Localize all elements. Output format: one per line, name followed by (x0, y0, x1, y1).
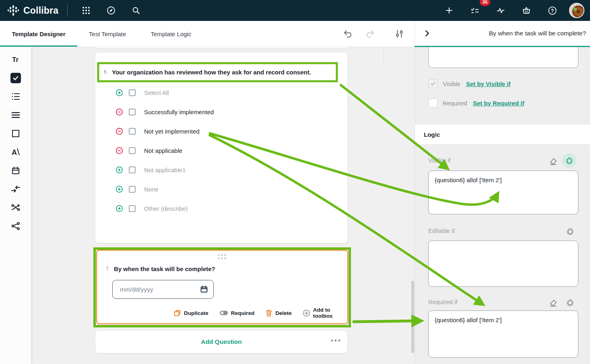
collapse-panel-chevron-icon[interactable] (419, 25, 435, 41)
question6-number: 6. (104, 69, 108, 75)
add-to-toolbox-button[interactable]: Add to toolbox (303, 307, 347, 319)
question-type-sidebar: Tr A (0, 47, 31, 364)
navbar-divider (67, 4, 68, 16)
duplicate-label: Duplicate (184, 310, 208, 316)
top-navbar: Collibra (0, 0, 590, 21)
paragraph-tool-icon[interactable] (10, 110, 21, 120)
trash-icon (265, 309, 272, 317)
active-tab-underline (0, 45, 77, 47)
add-question-card: Add Question (95, 331, 347, 353)
delete-button[interactable]: Delete (265, 309, 292, 317)
visible-if-eraser-icon[interactable] (548, 156, 558, 166)
visible-if-expression[interactable]: {question6} allof ['Item 2'] (428, 171, 578, 214)
required-checkbox[interactable] (429, 99, 437, 107)
help-icon[interactable]: ? (543, 2, 561, 19)
required-toggle-button[interactable]: Required (219, 310, 255, 316)
set-by-visible-if-link[interactable]: Set by Visible if (466, 80, 511, 87)
collibra-brand[interactable]: Collibra (0, 4, 58, 16)
option-row[interactable]: Other (describe) (116, 199, 214, 218)
tab-test-template[interactable]: Test Template (77, 21, 138, 47)
merge-arrows-tool-icon[interactable] (10, 184, 21, 194)
multiple-choice-tool-icon[interactable] (10, 91, 21, 102)
option-checkbox[interactable] (129, 147, 136, 154)
svg-text:A: A (12, 148, 17, 156)
date-input[interactable] (112, 280, 214, 299)
question6-card[interactable]: 6. Your organization has reviewed how th… (95, 53, 347, 243)
logic-section-header: Logic (415, 124, 590, 145)
activity-pulse-icon[interactable] (492, 2, 510, 19)
calendar-icon[interactable] (200, 285, 208, 294)
previous-question-card-edge[interactable] (95, 47, 347, 48)
set-by-required-if-link[interactable]: Set by Required if (473, 100, 524, 107)
option-checkbox[interactable] (129, 205, 136, 212)
shuffle-tool-icon[interactable] (10, 202, 21, 213)
required-if-eraser-icon[interactable] (548, 298, 558, 307)
editable-if-magic-icon[interactable] (565, 226, 575, 236)
option-checkbox[interactable] (129, 128, 136, 135)
add-option-icon[interactable] (116, 205, 123, 212)
template-canvas: 6. Your organization has reviewed how th… (31, 47, 415, 364)
remove-option-icon[interactable] (116, 128, 123, 135)
question7-card[interactable]: 7. By when the task will be complete? Du… (96, 250, 348, 324)
option-row[interactable]: None (116, 179, 214, 199)
tasks-icon[interactable]: 35 (466, 2, 484, 19)
visible-if-label: Visible if (428, 157, 451, 164)
option-row[interactable]: Successfully implemented (116, 102, 214, 121)
tab-template-designer[interactable]: Template Designer (0, 21, 77, 47)
required-toggle-label: Required (231, 310, 255, 316)
tab-template-logic[interactable]: Template Logic (139, 21, 203, 47)
required-if-magic-icon[interactable] (565, 298, 575, 307)
browse-compass-icon[interactable] (102, 2, 120, 19)
text-question-tool-icon[interactable]: Tr (10, 54, 21, 65)
user-avatar[interactable] (569, 3, 584, 18)
svg-text:Tr: Tr (12, 56, 19, 64)
option-row[interactable]: Select All (116, 83, 214, 102)
add-option-icon[interactable] (116, 89, 123, 97)
option-row[interactable]: Not yet implemented (116, 121, 214, 141)
font-validation-tool-icon[interactable]: A (10, 147, 21, 157)
add-question-button[interactable]: Add Question (201, 338, 242, 345)
option-label: None (144, 186, 159, 193)
visible-checkbox[interactable] (429, 79, 437, 88)
settings-sliders-icon[interactable] (391, 25, 408, 42)
visible-label: Visible (443, 80, 460, 87)
add-option-icon[interactable] (116, 166, 123, 174)
option-checkbox[interactable] (129, 167, 136, 173)
option-row[interactable]: Not applicable1 (116, 160, 214, 179)
canvas-scrollbar[interactable] (411, 281, 414, 353)
option-checkbox[interactable] (129, 109, 136, 115)
duplicate-button[interactable]: Duplicate (173, 309, 208, 317)
search-icon[interactable] (127, 2, 145, 19)
add-option-icon[interactable] (116, 185, 123, 193)
duplicate-icon (173, 309, 181, 317)
option-checkbox[interactable] (129, 186, 136, 193)
date-tool-icon[interactable] (10, 165, 21, 176)
question-text-field[interactable] (428, 47, 578, 68)
drag-handle[interactable] (218, 254, 227, 259)
required-label: Required (443, 100, 467, 107)
more-menu-icon[interactable] (331, 339, 340, 341)
collibra-logo-icon (7, 4, 19, 16)
box-section-tool-icon[interactable] (10, 128, 21, 139)
app-grid-icon[interactable] (77, 2, 95, 19)
remove-option-icon[interactable] (116, 147, 123, 154)
redo-icon[interactable] (362, 25, 379, 42)
marketplace-basket-icon[interactable] (518, 2, 535, 19)
editable-if-label: Editable if (428, 227, 455, 234)
checkbox-question-tool-icon[interactable] (10, 73, 21, 83)
share-branch-tool-icon[interactable] (10, 221, 21, 231)
visible-if-magic-icon[interactable] (562, 153, 576, 168)
undo-icon[interactable] (339, 25, 356, 42)
option-row[interactable]: Not applicable (116, 141, 214, 160)
tasks-badge: 35 (480, 0, 490, 6)
option-label: Not yet implemented (144, 128, 200, 135)
editable-if-expression[interactable] (428, 241, 578, 287)
remove-option-icon[interactable] (116, 108, 123, 116)
question6-title: Your organization has reviewed how they … (112, 69, 311, 76)
delete-label: Delete (275, 310, 292, 316)
option-checkbox[interactable] (129, 89, 136, 96)
create-plus-icon[interactable] (440, 2, 458, 19)
panel-accent-line (415, 46, 590, 47)
required-if-expression[interactable]: {question6} allof ['Item 2'] (428, 311, 578, 358)
date-field (112, 280, 214, 299)
